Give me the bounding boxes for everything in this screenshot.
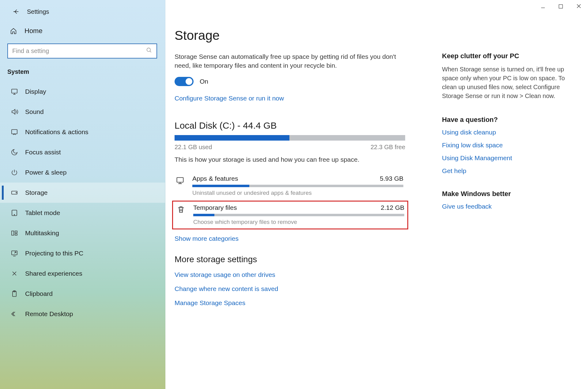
help-link-using-disk-management[interactable]: Using Disk Management xyxy=(442,154,571,162)
storage-sense-toggle-row: On xyxy=(175,77,405,86)
nav-item-label: Storage xyxy=(25,189,48,196)
aside-column: Keep clutter off your PC When Storage se… xyxy=(442,52,571,313)
storage-sense-toggle[interactable] xyxy=(175,77,194,86)
category-size: 2.12 GB xyxy=(381,204,404,211)
more-link-change-where-new-content-is-saved[interactable]: Change where new content is saved xyxy=(175,285,405,293)
search-wrap xyxy=(0,40,165,65)
category-bar-fill xyxy=(192,185,249,187)
svg-rect-7 xyxy=(12,251,17,255)
category-name: Apps & features xyxy=(192,175,238,182)
category-sub: Choose which temporary files to remove xyxy=(193,219,404,225)
title-bar: Settings xyxy=(0,4,165,23)
close-button[interactable] xyxy=(576,3,582,11)
storage-icon xyxy=(10,189,18,197)
nav-item-label: Focus assist xyxy=(25,149,61,156)
sidebar: Settings Home System DisplaySoundNotific… xyxy=(0,0,165,389)
back-icon[interactable] xyxy=(12,8,20,15)
better-heading: Make Windows better xyxy=(442,190,571,198)
nav-item-projecting-to-this-pc[interactable]: Projecting to this PC xyxy=(0,243,165,263)
power-icon xyxy=(10,168,18,176)
projecting-icon xyxy=(10,249,18,257)
nav-list: DisplaySoundNotifications & actionsFocus… xyxy=(0,81,165,324)
nav-item-label: Power & sleep xyxy=(25,169,66,176)
nav-item-power-sleep[interactable]: Power & sleep xyxy=(0,162,165,183)
feedback-link[interactable]: Give us feedback xyxy=(442,203,571,210)
nav-item-label: Display xyxy=(25,88,46,95)
storage-sense-description: Storage Sense can automatically free up … xyxy=(175,52,405,70)
home-button[interactable]: Home xyxy=(0,23,165,40)
nav-item-storage[interactable]: Storage xyxy=(0,183,165,203)
nav-item-remote-desktop[interactable]: Remote Desktop xyxy=(0,304,165,324)
clutter-heading: Keep clutter off your PC xyxy=(442,52,571,60)
more-link-view-storage-usage-on-other-drives[interactable]: View storage usage on other drives xyxy=(175,271,405,278)
nav-item-label: Remote Desktop xyxy=(25,310,73,318)
help-link-get-help[interactable]: Get help xyxy=(442,167,571,175)
content-column: Storage Sense can automatically free up … xyxy=(175,52,405,313)
clutter-text: When Storage sense is turned on, it'll f… xyxy=(442,65,571,100)
svg-rect-11 xyxy=(177,178,183,182)
search-box[interactable] xyxy=(7,43,157,59)
storage-categories: Apps & features5.93 GBUninstall unused o… xyxy=(175,171,405,229)
svg-rect-1 xyxy=(12,89,17,93)
window-title: Settings xyxy=(27,8,49,15)
focus-assist-icon xyxy=(10,148,18,156)
shared-icon xyxy=(10,270,18,278)
maximize-button[interactable] xyxy=(558,3,564,11)
more-link-manage-storage-spaces[interactable]: Manage Storage Spaces xyxy=(175,299,405,307)
configure-storage-sense-link[interactable]: Configure Storage Sense or run it now xyxy=(175,95,405,102)
clipboard-icon xyxy=(10,290,18,298)
nav-item-sound[interactable]: Sound xyxy=(0,102,165,122)
nav-item-display[interactable]: Display xyxy=(0,81,165,102)
svg-point-0 xyxy=(147,48,151,52)
main-panel: Storage Storage Sense can automatically … xyxy=(165,0,588,389)
page-title: Storage xyxy=(175,28,571,43)
nav-item-focus-assist[interactable]: Focus assist xyxy=(0,142,165,162)
nav-item-clipboard[interactable]: Clipboard xyxy=(0,284,165,304)
nav-item-label: Sound xyxy=(25,108,44,115)
disk-header: Local Disk (C:) - 44.4 GB xyxy=(175,120,405,131)
category-bar-fill xyxy=(193,214,214,216)
help-link-using-disk-cleanup[interactable]: Using disk cleanup xyxy=(442,129,571,136)
category-size: 5.93 GB xyxy=(380,175,403,182)
window-controls xyxy=(540,3,582,11)
svg-rect-10 xyxy=(559,5,563,8)
notifications-icon xyxy=(10,128,18,136)
category-bar xyxy=(193,214,404,216)
apps-icon xyxy=(175,175,186,186)
nav-item-notifications-actions[interactable]: Notifications & actions xyxy=(0,122,165,142)
nav-item-label: Shared experiences xyxy=(25,270,82,277)
help-link-fixing-low-disk-space[interactable]: Fixing low disk space xyxy=(442,142,571,149)
disk-used-text: 22.1 GB used xyxy=(175,144,212,151)
storage-category-apps-features[interactable]: Apps & features5.93 GBUninstall unused o… xyxy=(175,171,405,201)
nav-item-label: Tablet mode xyxy=(25,209,60,217)
search-input[interactable] xyxy=(12,47,146,55)
disk-free-text: 22.3 GB free xyxy=(371,144,405,151)
nav-item-tablet-mode[interactable]: Tablet mode xyxy=(0,203,165,223)
nav-item-label: Projecting to this PC xyxy=(25,250,83,257)
nav-item-label: Multitasking xyxy=(25,229,59,237)
show-more-categories-link[interactable]: Show more categories xyxy=(175,235,405,242)
nav-item-shared-experiences[interactable]: Shared experiences xyxy=(0,263,165,284)
more-settings-links: View storage usage on other drivesChange… xyxy=(175,271,405,307)
nav-item-label: Notifications & actions xyxy=(25,128,89,136)
display-icon xyxy=(10,88,18,96)
disk-usage-bar xyxy=(175,135,405,141)
toggle-label: On xyxy=(200,78,208,85)
home-icon xyxy=(10,28,17,34)
category-sub: Uninstall unused or undesired apps & fea… xyxy=(192,190,403,196)
trash-icon xyxy=(175,204,187,215)
nav-item-label: Clipboard xyxy=(25,290,53,297)
clutter-block: Keep clutter off your PC When Storage se… xyxy=(442,52,571,100)
nav-item-multitasking[interactable]: Multitasking xyxy=(0,223,165,243)
more-settings-heading: More storage settings xyxy=(175,255,405,264)
tablet-icon xyxy=(10,209,18,217)
category-bar xyxy=(192,185,403,187)
disk-description: This is how your storage is used and how… xyxy=(175,155,405,164)
disk-stats: 22.1 GB used 22.3 GB free xyxy=(175,144,405,151)
disk-usage-fill xyxy=(175,135,289,141)
remote-icon xyxy=(10,310,18,318)
minimize-button[interactable] xyxy=(540,3,546,11)
search-icon xyxy=(146,47,152,55)
svg-rect-2 xyxy=(12,130,17,134)
storage-category-temporary-files[interactable]: Temporary files2.12 GBChoose which tempo… xyxy=(172,201,408,229)
